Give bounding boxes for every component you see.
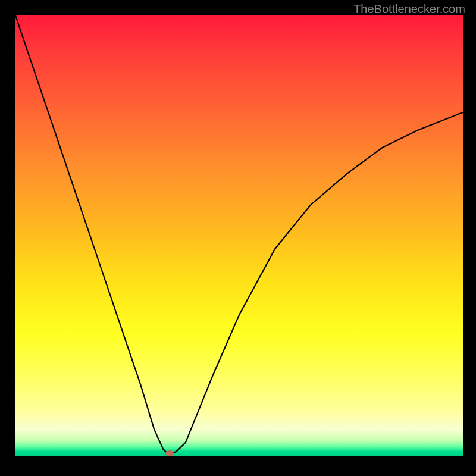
watermark-text: TheBottlenecker.com: [353, 2, 465, 16]
chart-plot-area: [15, 15, 463, 456]
optimal-point-marker: [165, 450, 174, 456]
bottleneck-curve: [15, 15, 463, 456]
